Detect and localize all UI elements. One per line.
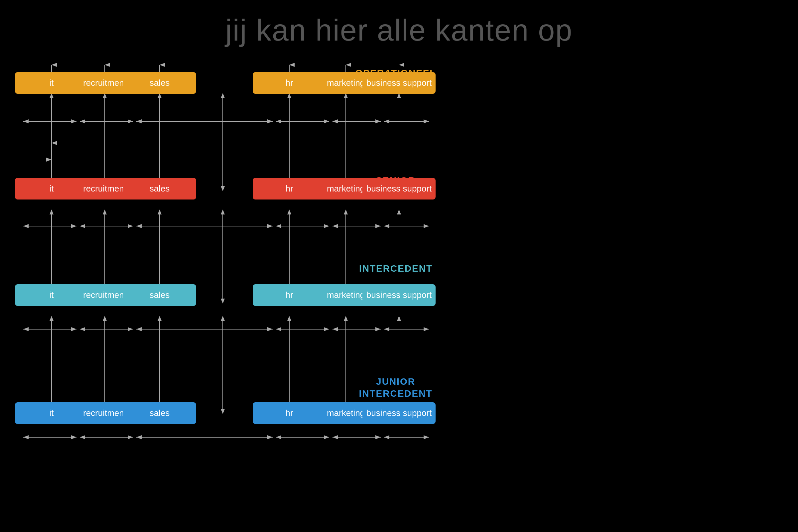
- svg-marker-82: [221, 409, 225, 414]
- svg-marker-28: [221, 186, 225, 191]
- box-senior-sales: sales: [123, 178, 196, 200]
- svg-marker-36: [397, 93, 401, 98]
- svg-marker-60: [344, 209, 348, 214]
- svg-marker-45: [50, 209, 54, 214]
- svg-marker-55: [221, 299, 225, 304]
- svg-marker-54: [221, 209, 225, 214]
- box-junior-business-support: business support: [362, 402, 436, 424]
- svg-marker-18: [50, 93, 54, 98]
- svg-marker-81: [221, 316, 225, 321]
- svg-marker-21: [103, 93, 107, 98]
- main-title: jij kan hier alle kanten op: [0, 0, 798, 48]
- box-operational-business-support: business support: [362, 72, 436, 94]
- svg-marker-30: [287, 93, 291, 98]
- svg-marker-84: [287, 316, 291, 321]
- svg-marker-24: [158, 93, 162, 98]
- diagram-area: OPERATIONEEL MANAGER SENIORINTERCEDENT I…: [0, 57, 798, 532]
- svg-marker-63: [397, 209, 401, 214]
- box-junior-sales: sales: [123, 402, 196, 424]
- svg-marker-51: [158, 209, 162, 214]
- svg-marker-33: [344, 93, 348, 98]
- box-intercedent-sales: sales: [123, 284, 196, 306]
- svg-marker-75: [103, 316, 107, 321]
- role-intercedent: INTERCEDENT: [359, 263, 432, 274]
- svg-marker-48: [103, 209, 107, 214]
- svg-marker-72: [50, 316, 54, 321]
- svg-marker-57: [287, 209, 291, 214]
- svg-marker-90: [397, 316, 401, 321]
- box-intercedent-business-support: business support: [362, 284, 436, 306]
- svg-marker-78: [158, 316, 162, 321]
- role-junior: JUNIORINTERCEDENT: [349, 376, 442, 400]
- box-senior-business-support: business support: [362, 178, 436, 200]
- svg-marker-27: [221, 93, 225, 98]
- svg-marker-87: [344, 316, 348, 321]
- box-operational-sales: sales: [123, 72, 196, 94]
- page-container: jij kan hier alle kanten op: [0, 0, 798, 532]
